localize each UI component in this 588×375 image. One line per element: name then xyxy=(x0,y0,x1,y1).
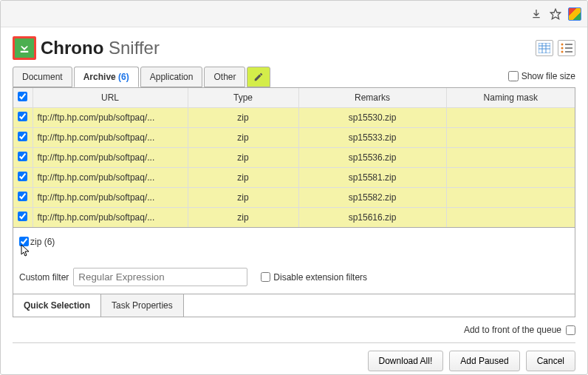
row-checkbox[interactable] xyxy=(18,172,27,181)
disable-ext-label: Disable extension filters xyxy=(273,272,367,283)
show-file-size-checkbox[interactable] xyxy=(508,71,519,81)
row-type: zip xyxy=(188,188,298,208)
row-type: zip xyxy=(188,108,298,128)
row-remarks: sp15533.zip xyxy=(298,128,446,148)
row-type: zip xyxy=(188,168,298,188)
row-mask xyxy=(446,168,575,188)
custom-filter-input[interactable] xyxy=(73,268,247,286)
table-row[interactable]: ftp://ftp.hp.com/pub/softpaq/...zipsp155… xyxy=(13,128,575,148)
tab-document[interactable]: Document xyxy=(13,67,72,87)
row-checkbox[interactable] xyxy=(18,132,27,141)
row-url: ftp://ftp.hp.com/pub/softpaq/... xyxy=(33,128,188,148)
tab-edit[interactable] xyxy=(247,67,270,87)
header-checkbox[interactable] xyxy=(13,88,33,108)
header-remarks[interactable]: Remarks xyxy=(298,88,446,108)
row-checkbox[interactable] xyxy=(18,192,27,201)
row-remarks: sp15536.zip xyxy=(298,148,446,168)
header-type[interactable]: Type xyxy=(188,88,298,108)
file-table: URL Type Remarks Naming mask ftp://ftp.h… xyxy=(13,88,575,227)
row-remarks: sp15581.zip xyxy=(298,168,446,188)
download-icon[interactable] xyxy=(530,7,543,21)
add-front-checkbox[interactable] xyxy=(566,325,575,335)
list-view-icon[interactable] xyxy=(558,40,575,56)
show-file-size[interactable]: Show file size xyxy=(508,71,575,81)
row-remarks: sp15530.zip xyxy=(298,108,446,128)
custom-filter-label: Custom filter xyxy=(19,272,69,283)
download-all-button[interactable]: Download All! xyxy=(368,351,444,371)
app-title: Chrono Sniffer xyxy=(41,38,160,58)
tab-other[interactable]: Other xyxy=(204,67,245,87)
disable-ext-filters[interactable]: Disable extension filters xyxy=(261,272,367,283)
disable-ext-checkbox[interactable] xyxy=(261,272,270,282)
row-mask xyxy=(446,188,575,208)
cursor-icon xyxy=(21,244,31,257)
tab-task-properties[interactable]: Task Properties xyxy=(101,294,184,317)
extension-icon[interactable] xyxy=(568,7,581,21)
table-row[interactable]: ftp://ftp.hp.com/pub/softpaq/...zipsp155… xyxy=(13,188,575,208)
row-checkbox[interactable] xyxy=(18,212,27,221)
row-mask xyxy=(446,148,575,168)
cancel-button[interactable]: Cancel xyxy=(526,351,575,371)
tab-archive[interactable]: Archive (6) xyxy=(74,67,139,87)
row-url: ftp://ftp.hp.com/pub/softpaq/... xyxy=(33,208,188,228)
svg-point-11 xyxy=(561,51,564,53)
table-row[interactable]: ftp://ftp.hp.com/pub/softpaq/...zipsp155… xyxy=(13,168,575,188)
row-url: ftp://ftp.hp.com/pub/softpaq/... xyxy=(33,188,188,208)
row-mask xyxy=(446,128,575,148)
row-checkbox[interactable] xyxy=(18,112,27,121)
row-type: zip xyxy=(188,208,298,228)
row-mask xyxy=(446,208,575,228)
tab-quick-selection[interactable]: Quick Selection xyxy=(13,294,101,317)
tab-application[interactable]: Application xyxy=(140,67,203,87)
table-row[interactable]: ftp://ftp.hp.com/pub/softpaq/...zipsp155… xyxy=(13,148,575,168)
header-mask[interactable]: Naming mask xyxy=(446,88,575,108)
svg-rect-2 xyxy=(539,43,550,53)
svg-point-7 xyxy=(561,44,564,46)
filter-zip-label: zip (6) xyxy=(30,237,55,247)
table-row[interactable]: ftp://ftp.hp.com/pub/softpaq/...zipsp155… xyxy=(13,108,575,128)
row-mask xyxy=(446,108,575,128)
star-icon[interactable] xyxy=(549,7,562,21)
svg-point-9 xyxy=(561,47,564,50)
add-front-label: Add to front of the queue xyxy=(464,325,561,335)
row-checkbox[interactable] xyxy=(18,152,27,161)
table-row[interactable]: ftp://ftp.hp.com/pub/softpaq/...zipsp156… xyxy=(13,208,575,228)
add-paused-button[interactable]: Add Paused xyxy=(449,351,519,371)
row-url: ftp://ftp.hp.com/pub/softpaq/... xyxy=(33,148,188,168)
row-type: zip xyxy=(188,128,298,148)
row-remarks: sp15582.zip xyxy=(298,188,446,208)
show-file-size-label: Show file size xyxy=(522,71,575,81)
svg-rect-1 xyxy=(21,51,29,53)
row-remarks: sp15616.zip xyxy=(298,208,446,228)
row-type: zip xyxy=(188,148,298,168)
app-logo xyxy=(13,36,36,60)
row-url: ftp://ftp.hp.com/pub/softpaq/... xyxy=(33,108,188,128)
row-url: ftp://ftp.hp.com/pub/softpaq/... xyxy=(33,168,188,188)
svg-marker-0 xyxy=(550,9,560,18)
browser-toolbar xyxy=(1,1,587,27)
grid-view-icon[interactable] xyxy=(536,40,553,56)
header-url[interactable]: URL xyxy=(33,88,188,108)
